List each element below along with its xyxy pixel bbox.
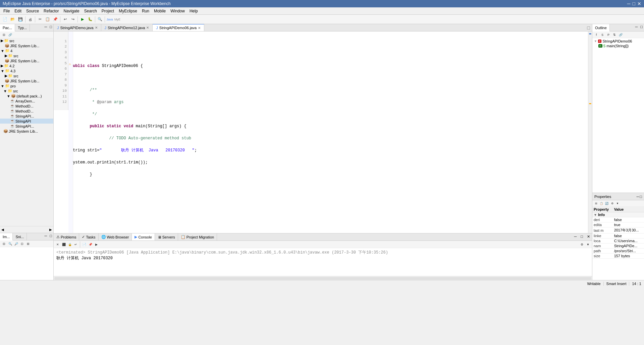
outline-hide-nonpublic[interactable]: P <box>606 32 611 38</box>
console-open-file[interactable]: 📄 <box>82 242 87 247</box>
tb-undo[interactable]: ↩ <box>61 16 69 23</box>
img-actual[interactable]: ⊞ <box>25 241 31 247</box>
tb-open[interactable]: 📂 <box>9 16 16 23</box>
maximize-left-bottom[interactable]: □ <box>48 233 53 240</box>
console-minimize[interactable]: ─ <box>572 233 579 240</box>
tree-item-prosrc[interactable]: ▼ 📁 src <box>0 88 53 93</box>
tab-tasks[interactable]: ✓ Tasks <box>79 233 98 240</box>
tree-item-43[interactable]: ▼ 📁 4.3 <box>0 68 53 73</box>
props-btn4[interactable]: ⚙ <box>610 201 614 206</box>
properties-minimize[interactable]: ─ <box>637 195 639 199</box>
console-scrollbar-track[interactable] <box>54 277 591 280</box>
close-tab-2[interactable]: ✕ <box>146 26 149 29</box>
outline-link[interactable]: 🔗 <box>618 32 623 38</box>
tree-item-4[interactable]: ▼ 📁 4 <box>0 48 53 53</box>
tab-stringapidemo[interactable]: J StringAPIDemo.java ✕ <box>54 24 101 31</box>
minimize-left-top[interactable]: ─ <box>43 24 49 31</box>
console-word-wrap[interactable]: ↵ <box>73 242 78 247</box>
tab-project-migration[interactable]: 📋 Project Migration <box>178 233 217 240</box>
console-pin[interactable]: 📌 <box>88 242 93 247</box>
menu-navigate[interactable]: Navigate <box>61 8 81 14</box>
tree-item-42[interactable]: ▶ 📁 4.2 <box>0 63 53 68</box>
properties-maximize[interactable]: □ <box>640 195 642 199</box>
tree-item-pro[interactable]: ▼ 📁 pro <box>0 83 53 88</box>
tree-item-methodd2[interactable]: ☕ MethodD... <box>0 109 53 114</box>
console-scroll-lock[interactable]: 🔒 <box>67 242 72 247</box>
menu-refactor[interactable]: Refactor <box>42 8 61 14</box>
console-terminate[interactable]: ⬛ <box>61 242 66 247</box>
console-settings[interactable]: ⚙ <box>579 242 585 247</box>
tab-image[interactable]: Im... <box>0 233 13 240</box>
tb-search[interactable]: 🔍 <box>96 16 104 23</box>
props-btn5[interactable]: ▼ <box>615 201 620 206</box>
tb-paste[interactable]: 📌 <box>52 16 59 23</box>
pe-collapse-all[interactable]: ⊟ <box>1 32 7 38</box>
outline-item-main[interactable]: m S main(String[]) <box>593 44 643 48</box>
close-tab-1[interactable]: ✕ <box>95 26 98 29</box>
outline-minimize[interactable]: ─ <box>634 24 639 31</box>
menu-edit[interactable]: Edit <box>12 8 23 14</box>
tab-package-explorer[interactable]: Pac... <box>0 24 15 31</box>
outline-item-class[interactable]: ▼ C StringAPIDemo06 <box>593 39 643 44</box>
tree-item-jre3[interactable]: 📦 JRE System Lib... <box>0 78 53 83</box>
tb-redo[interactable]: ↪ <box>69 16 76 23</box>
props-btn1[interactable]: ⊟ <box>594 201 598 206</box>
tb-cut[interactable]: ✂ <box>36 16 44 23</box>
img-zoom-out[interactable]: 🔎 <box>13 241 19 247</box>
outline-maximize[interactable]: □ <box>639 24 644 31</box>
tab-stringapidemo06[interactable]: J StringAPIDemo06.java ✕ <box>153 24 204 31</box>
maximize-button[interactable]: □ <box>633 1 635 6</box>
tree-item-defaultpkg[interactable]: ▼ 📦 (default pack...) <box>0 93 53 98</box>
maximize-left-top[interactable]: □ <box>48 24 53 31</box>
close-tab-3[interactable]: ✕ <box>198 26 201 30</box>
console-close[interactable]: ✕ <box>585 233 592 240</box>
tab-type-hierarchy[interactable]: Typ... <box>15 24 30 31</box>
menu-window[interactable]: Window <box>168 8 187 14</box>
menu-project[interactable]: Project <box>100 8 116 14</box>
code-editor[interactable]: 123456789101112 ⚠ public class StringAPI… <box>54 31 592 233</box>
img-zoom-in[interactable]: 🔍 <box>7 241 13 247</box>
outline-sort[interactable]: ⇅ <box>612 32 617 38</box>
tree-item-jre2[interactable]: 📦 JRE System Lib... <box>0 58 53 63</box>
scroll-right[interactable]: ▶ <box>49 228 52 231</box>
group-collapse[interactable]: ▼ <box>594 213 597 217</box>
tb-run[interactable]: ▶ <box>79 16 86 23</box>
menu-help[interactable]: Help <box>187 8 200 14</box>
tree-item-src2[interactable]: ▶ 📁 src <box>0 53 53 58</box>
props-btn3[interactable]: 🔄 <box>604 201 609 206</box>
minimize-button[interactable]: ─ <box>627 1 631 6</box>
tb-java-perspective[interactable]: Java <box>106 16 113 23</box>
menu-mobile[interactable]: Mobile <box>152 8 168 14</box>
minimize-left-bottom[interactable]: ─ <box>43 233 49 240</box>
tab-outline[interactable]: Outline <box>592 24 610 31</box>
tb-save[interactable]: 💾 <box>17 16 24 23</box>
close-button[interactable]: ✕ <box>637 1 641 6</box>
console-maximize[interactable]: □ <box>579 233 585 240</box>
tab-webbrowser[interactable]: 🌐 Web Browser <box>99 233 132 240</box>
console-clear[interactable]: ✕ <box>55 242 60 247</box>
editor-maximize[interactable]: □ <box>585 24 592 31</box>
outline-hide-static[interactable]: S <box>600 32 605 38</box>
console-next[interactable]: ▶ <box>94 242 99 247</box>
tree-item-arraydemo[interactable]: ☕ ArrayDem... <box>0 98 53 104</box>
img-btn1[interactable]: ⊟ <box>1 241 7 247</box>
tb-new[interactable]: 📄 <box>1 16 9 23</box>
tree-item-methodd1[interactable]: ☕ MethodD... <box>0 104 53 109</box>
tree-item-stringapi1[interactable]: ☕ StringAPI... <box>0 114 53 119</box>
outline-hide-fields[interactable]: f <box>594 32 599 38</box>
menu-run[interactable]: Run <box>140 8 151 14</box>
editor-scrollbar[interactable] <box>588 31 592 233</box>
tb-copy[interactable]: 📋 <box>44 16 51 23</box>
tab-stringapidemo12[interactable]: J StringAPIDemo12.java ✕ <box>101 24 153 31</box>
tb-print[interactable]: 🖨 <box>26 16 34 23</box>
tb-debug[interactable]: 🐛 <box>87 16 94 23</box>
props-btn2[interactable]: 📋 <box>599 201 604 206</box>
tb-myeclipse-perspective[interactable]: MyE <box>114 16 121 23</box>
scroll-left[interactable]: ◀ <box>1 228 4 231</box>
menu-myeclipse[interactable]: MyEclipse <box>117 8 139 14</box>
tab-console[interactable]: ▶ Console <box>132 233 155 240</box>
tree-item-stringapi2[interactable]: ☕ StringAPI <box>0 119 53 124</box>
tab-servers[interactable]: 🖥 Servers <box>155 233 178 240</box>
tree-item-src3[interactable]: ▶ 📁 src <box>0 73 53 78</box>
pe-link-editor[interactable]: 🔗 <box>7 32 13 38</box>
